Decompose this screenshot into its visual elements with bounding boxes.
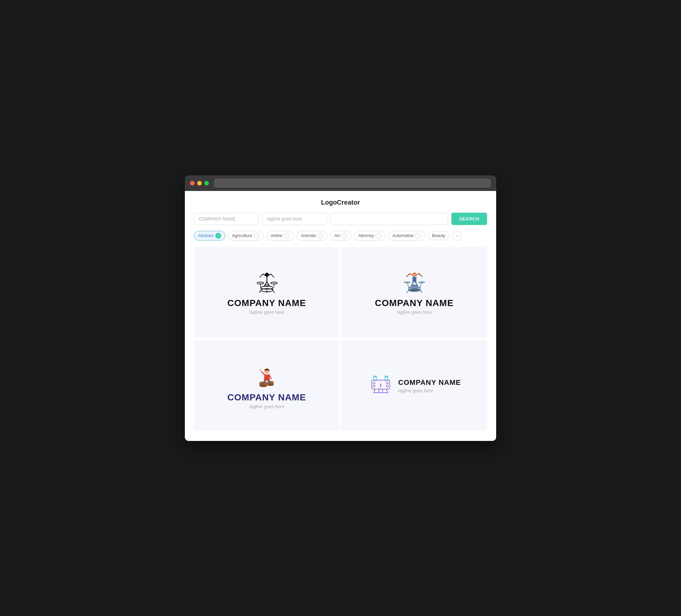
company-name-input[interactable]: [194, 213, 259, 225]
svg-point-58: [386, 382, 388, 384]
svg-point-56: [373, 382, 375, 384]
filter-beauty[interactable]: Beauty: [428, 231, 449, 240]
svg-line-24: [419, 274, 422, 277]
svg-line-7: [267, 282, 270, 286]
svg-point-44: [267, 384, 274, 386]
company-name-4: COMPANY NAME: [398, 378, 461, 387]
filter-art-label: Art: [334, 233, 340, 238]
svg-line-60: [374, 389, 376, 393]
svg-line-18: [273, 290, 275, 293]
app-window: LogoCreator SEARCH Abstract ✓ Agricultur…: [185, 175, 496, 441]
filter-row: Abstract ✓ Agriculture ✓ Airline ✓ Anima…: [194, 231, 487, 240]
svg-line-47: [260, 369, 261, 371]
svg-line-4: [271, 274, 274, 277]
logo-card-1[interactable]: COMPANY NAME tagline goes here: [194, 247, 339, 338]
tagline-1: tagline goes here: [249, 310, 284, 315]
company-name-3: COMPANY NAME: [227, 392, 306, 403]
keyword-input[interactable]: [330, 213, 448, 225]
filter-agriculture-label: Agriculture: [232, 233, 252, 238]
titlebar: [185, 175, 496, 191]
logo-card-2[interactable]: COMPANY NAME tagline goes here: [342, 247, 487, 338]
tagline-2: tagline goes here: [397, 310, 432, 315]
maximize-button[interactable]: [204, 181, 209, 185]
logo-card-4[interactable]: COMPANY NAME tagline goes here: [342, 340, 487, 431]
filter-animals-check: ✓: [318, 233, 323, 239]
svg-line-38: [420, 290, 422, 293]
filter-beauty-label: Beauty: [432, 233, 445, 238]
svg-line-61: [386, 389, 388, 393]
filter-attorney-check: ✓: [376, 233, 381, 239]
svg-line-37: [407, 290, 409, 293]
filter-airline-check: ✓: [284, 233, 290, 239]
logo-icon-4: [368, 374, 394, 393]
logo-inline-4: COMPANY NAME tagline goes here: [368, 374, 461, 397]
filter-automotive-label: Automotive: [393, 233, 413, 238]
app-body: LogoCreator SEARCH Abstract ✓ Agricultur…: [185, 191, 496, 441]
filter-attorney[interactable]: Attorney ✓: [354, 231, 385, 240]
logo-icon-1: [254, 272, 280, 294]
company-name-2: COMPANY NAME: [375, 298, 454, 308]
svg-line-46: [261, 371, 264, 375]
svg-point-57: [373, 385, 375, 387]
filter-abstract[interactable]: Abstract ✓: [194, 231, 225, 240]
search-button[interactable]: SEARCH: [451, 213, 487, 225]
filter-automotive[interactable]: Automotive ✓: [388, 231, 425, 240]
tagline-4: tagline goes here: [398, 388, 461, 393]
tagline-input[interactable]: [262, 213, 327, 225]
logo-icon-3: [255, 362, 278, 388]
filter-abstract-label: Abstract: [198, 233, 214, 238]
svg-point-35: [411, 285, 418, 287]
filter-agriculture-check: ✓: [254, 233, 260, 239]
svg-point-41: [259, 385, 267, 387]
svg-point-59: [386, 385, 388, 387]
address-bar[interactable]: [214, 179, 491, 188]
svg-line-23: [407, 274, 410, 277]
company-name-1: COMPANY NAME: [227, 298, 306, 308]
filter-art[interactable]: Art ✓: [330, 231, 352, 240]
app-title: LogoCreator: [194, 199, 487, 206]
logo-text-4: COMPANY NAME tagline goes here: [398, 378, 461, 393]
svg-line-6: [264, 282, 267, 286]
filter-art-check: ✓: [342, 233, 347, 239]
logo-icon-2: [401, 272, 427, 294]
logo-grid: COMPANY NAME tagline goes here: [194, 247, 487, 431]
minimize-button[interactable]: [197, 181, 202, 185]
filter-abstract-check: ✓: [215, 233, 221, 239]
filter-next-arrow[interactable]: →: [452, 231, 462, 240]
filter-automotive-check: ✓: [415, 233, 421, 239]
close-button[interactable]: [190, 181, 195, 185]
search-row: SEARCH: [194, 213, 487, 225]
filter-animals-label: Animals: [301, 233, 316, 238]
svg-line-3: [260, 274, 263, 277]
filter-airline[interactable]: Airline ✓: [267, 231, 294, 240]
svg-point-30: [409, 288, 420, 292]
filter-attorney-label: Attorney: [358, 233, 374, 238]
filter-animals[interactable]: Animals ✓: [297, 231, 328, 240]
filter-airline-label: Airline: [271, 233, 282, 238]
logo-card-3[interactable]: COMPANY NAME tagline goes here: [194, 340, 339, 431]
filter-agriculture[interactable]: Agriculture ✓: [228, 231, 264, 240]
tagline-3: tagline goes here: [249, 404, 284, 409]
svg-line-17: [259, 290, 261, 293]
